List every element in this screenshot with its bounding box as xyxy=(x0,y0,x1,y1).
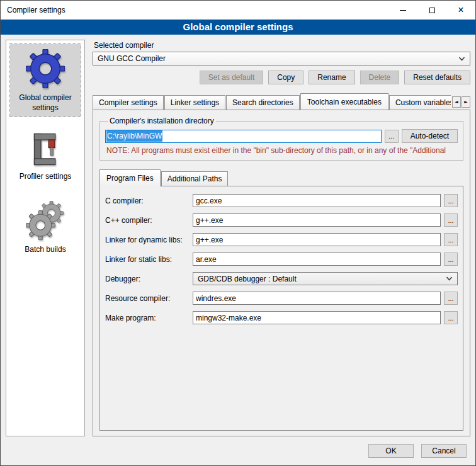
make-program-input[interactable] xyxy=(193,311,441,324)
make-program-label: Make program: xyxy=(105,314,190,322)
tab-custom-variables[interactable]: Custom variables xyxy=(389,95,451,110)
tab-compiler-settings[interactable]: Compiler settings xyxy=(93,95,164,110)
field-c-compiler: C compiler: ... xyxy=(105,194,458,207)
bin-subdirectory-note: NOTE: All programs must exist either in … xyxy=(106,146,458,155)
toolchain-executables-page: Compiler's installation directory C:\ray… xyxy=(93,110,470,436)
settings-category-sidebar: Global compiler settings Profiler settin… xyxy=(6,40,85,436)
maximize-icon xyxy=(429,8,435,13)
page-title: Global compiler settings xyxy=(1,20,475,35)
chevron-down-icon xyxy=(446,276,453,281)
debugger-label: Debugger: xyxy=(105,275,190,283)
dynamic-linker-label: Linker for dynamic libs: xyxy=(105,236,190,244)
tab-linker-settings[interactable]: Linker settings xyxy=(164,95,225,110)
program-files-page: C compiler: ... C++ compiler: ... Linker… xyxy=(99,186,463,431)
chevron-down-icon xyxy=(458,57,465,61)
field-static-linker: Linker for static libs: ... xyxy=(105,253,458,266)
tab-search-directories[interactable]: Search directories xyxy=(226,95,300,110)
compiler-select-value: GNU GCC Compiler xyxy=(98,54,166,63)
c-compiler-input[interactable] xyxy=(193,194,441,207)
dialog-footer: OK Cancel xyxy=(1,440,475,465)
sidebar-item-batch-builds[interactable]: Batch builds xyxy=(10,196,81,259)
compiler-settings-dialog: Compiler settings × Global compiler sett… xyxy=(0,0,476,466)
batch-gears-icon xyxy=(26,201,65,240)
installation-directory-legend: Compiler's installation directory xyxy=(108,116,216,125)
compiler-select[interactable]: GNU GCC Compiler xyxy=(93,52,470,65)
debugger-select[interactable]: GDB/CDB debugger : Default xyxy=(193,272,458,285)
main-panel: Selected compiler GNU GCC Compiler Set a… xyxy=(93,40,470,436)
subtab-strip: Program Files Additional Paths xyxy=(99,169,463,186)
sidebar-item-profiler-settings[interactable]: Profiler settings xyxy=(10,127,81,186)
field-make-program: Make program: ... xyxy=(105,311,458,324)
tab-scroll-left-button[interactable]: ◄ xyxy=(452,96,461,108)
cpp-compiler-browse-button[interactable]: ... xyxy=(444,213,458,227)
static-linker-input[interactable] xyxy=(193,253,441,266)
set-as-default-button: Set as default xyxy=(200,71,263,84)
c-compiler-browse-button[interactable]: ... xyxy=(444,194,458,207)
cpp-compiler-input[interactable] xyxy=(193,213,441,227)
debugger-select-value: GDB/CDB debugger : Default xyxy=(198,275,297,283)
resource-compiler-label: Resource compiler: xyxy=(105,294,190,303)
install-dir-browse-button[interactable]: ... xyxy=(385,130,399,143)
installation-directory-group: Compiler's installation directory C:\ray… xyxy=(99,116,463,161)
minimize-button[interactable] xyxy=(388,1,417,20)
dynamic-linker-browse-button[interactable]: ... xyxy=(444,233,458,246)
sidebar-item-label: Batch builds xyxy=(25,245,65,255)
field-cpp-compiler: C++ compiler: ... xyxy=(105,213,458,227)
close-button[interactable]: × xyxy=(446,1,475,20)
field-debugger: Debugger: GDB/CDB debugger : Default xyxy=(105,272,458,285)
rename-button[interactable]: Rename xyxy=(309,71,354,84)
install-dir-value: C:\raylib\MinGW xyxy=(106,130,162,142)
tab-toolchain-executables[interactable]: Toolchain executables xyxy=(300,93,388,110)
resource-compiler-input[interactable] xyxy=(193,292,441,305)
tab-strip-row: Compiler settings Linker settings Search… xyxy=(93,93,470,110)
cancel-button[interactable]: Cancel xyxy=(421,444,467,458)
c-compiler-label: C compiler: xyxy=(105,196,190,205)
subtab-program-files[interactable]: Program Files xyxy=(99,169,161,186)
field-dynamic-linker: Linker for dynamic libs: ... xyxy=(105,233,458,246)
delete-button: Delete xyxy=(360,71,400,84)
copy-button[interactable]: Copy xyxy=(268,71,303,84)
profiler-tool-icon xyxy=(28,132,63,167)
sidebar-item-label: Global compiler settings xyxy=(11,93,79,113)
titlebar[interactable]: Compiler settings × xyxy=(1,1,475,20)
selected-compiler-label: Selected compiler xyxy=(94,41,470,50)
subtab-additional-paths[interactable]: Additional Paths xyxy=(161,171,229,186)
minimize-icon xyxy=(400,10,406,11)
static-linker-browse-button[interactable]: ... xyxy=(444,253,458,266)
reset-defaults-button[interactable]: Reset defaults xyxy=(404,71,470,84)
auto-detect-button[interactable]: Auto-detect xyxy=(402,129,458,143)
install-dir-input[interactable]: C:\raylib\MinGW xyxy=(105,130,382,143)
window-title: Compiler settings xyxy=(7,6,65,14)
field-resource-compiler: Resource compiler: ... xyxy=(105,292,458,305)
close-icon: × xyxy=(458,5,463,15)
tab-scroll-arrows: ◄ ► xyxy=(452,96,470,108)
compiler-actions: Set as default Copy Rename Delete Reset … xyxy=(93,71,470,84)
window-controls: × xyxy=(388,1,475,20)
sidebar-item-global-compiler-settings[interactable]: Global compiler settings xyxy=(10,44,81,116)
cpp-compiler-label: C++ compiler: xyxy=(105,216,190,225)
make-program-browse-button[interactable]: ... xyxy=(444,311,458,324)
ok-button[interactable]: OK xyxy=(368,444,414,458)
static-linker-label: Linker for static libs: xyxy=(105,255,190,264)
dynamic-linker-input[interactable] xyxy=(193,233,441,246)
resource-compiler-browse-button[interactable]: ... xyxy=(444,292,458,305)
tab-strip: Compiler settings Linker settings Search… xyxy=(93,93,451,110)
gear-icon xyxy=(26,49,65,88)
maximize-button[interactable] xyxy=(417,1,446,20)
sidebar-item-label: Profiler settings xyxy=(20,172,72,182)
tab-scroll-right-button[interactable]: ► xyxy=(462,96,470,108)
